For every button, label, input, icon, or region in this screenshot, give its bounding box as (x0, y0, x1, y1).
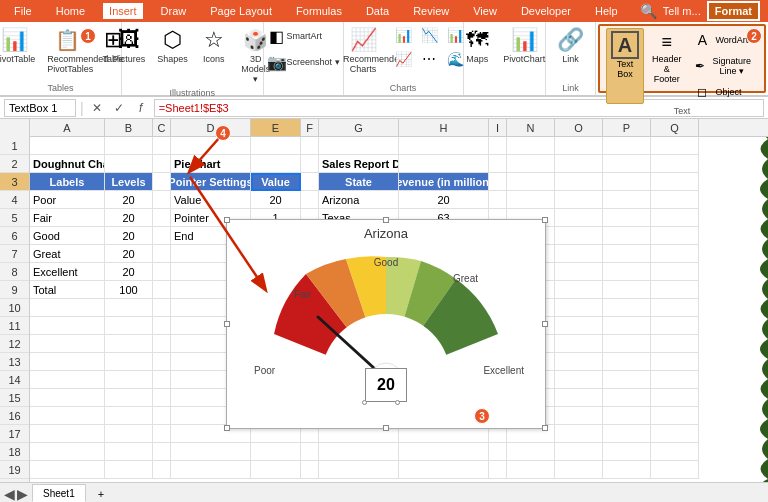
cell-I4[interactable] (489, 191, 507, 209)
col-header-G[interactable]: G (319, 119, 399, 136)
cell-N2[interactable] (507, 155, 555, 173)
cell-Q6[interactable] (651, 227, 699, 245)
chart-handle-bl[interactable] (224, 425, 230, 431)
cell-B8[interactable]: 20 (105, 263, 153, 281)
tab-format[interactable]: Format (707, 1, 760, 21)
icons-button[interactable]: ☆ Icons (196, 24, 232, 66)
pivotchart-button[interactable]: 📊 PivotChart (499, 24, 549, 66)
row-7[interactable]: 7 (0, 245, 29, 263)
chart-handle-bottom[interactable] (383, 425, 389, 431)
recommended-charts-button[interactable]: 📈 Recommended Charts (339, 24, 387, 76)
tab-formulas[interactable]: Formulas (290, 3, 348, 19)
cell-P4[interactable] (603, 191, 651, 209)
col-header-H[interactable]: H (399, 119, 489, 136)
cell-G1[interactable] (319, 137, 399, 155)
area-chart-button[interactable]: 📈 (391, 48, 415, 70)
column-chart-button[interactable]: 📊 (391, 24, 415, 46)
cell-B7[interactable]: 20 (105, 245, 153, 263)
cell-O4[interactable] (555, 191, 603, 209)
cell-D3[interactable]: Pointer Settings (171, 173, 251, 191)
cell-A8[interactable]: Excellent (30, 263, 105, 281)
tb-handle-2[interactable] (395, 400, 400, 405)
col-header-B[interactable]: B (105, 119, 153, 136)
cell-F4[interactable] (301, 191, 319, 209)
cell-C7[interactable] (153, 245, 171, 263)
col-header-Q[interactable]: Q (651, 119, 699, 136)
row-6[interactable]: 6 (0, 227, 29, 245)
cell-C4[interactable] (153, 191, 171, 209)
cell-P9[interactable] (603, 281, 651, 299)
row-15[interactable]: 15 (0, 389, 29, 407)
col-header-C[interactable]: C (153, 119, 171, 136)
cell-I1[interactable] (489, 137, 507, 155)
cell-G4[interactable]: Arizona (319, 191, 399, 209)
cell-A4[interactable]: Poor (30, 191, 105, 209)
cell-H1[interactable] (399, 137, 489, 155)
cell-Q7[interactable] (651, 245, 699, 263)
cell-A7[interactable]: Great (30, 245, 105, 263)
sheet-tab-1[interactable]: Sheet1 (32, 484, 86, 502)
cell-B5[interactable]: 20 (105, 209, 153, 227)
cell-A2[interactable]: Doughnut Chart (30, 155, 105, 173)
row-16[interactable]: 16 (0, 407, 29, 425)
link-button[interactable]: 🔗 Link (552, 24, 588, 66)
cell-G3[interactable]: State (319, 173, 399, 191)
row-18[interactable]: 18 (0, 443, 29, 461)
cell-F3[interactable] (301, 173, 319, 191)
cell-E1[interactable] (251, 137, 301, 155)
cell-O9[interactable] (555, 281, 603, 299)
cell-P1[interactable] (603, 137, 651, 155)
tb-handle-1[interactable] (362, 400, 367, 405)
screenshot-button[interactable]: 📷 Screenshot ▾ (263, 50, 344, 74)
smartart-button[interactable]: ◧ SmartArt (263, 24, 327, 48)
cell-F2[interactable] (301, 155, 319, 173)
cell-A9[interactable]: Total (30, 281, 105, 299)
cell-P3[interactable] (603, 173, 651, 191)
cell-A1[interactable] (30, 137, 105, 155)
row-1[interactable]: 1 (0, 137, 29, 155)
col-header-D[interactable]: D (171, 119, 251, 136)
line-chart-button[interactable]: 📉 (417, 24, 441, 46)
cell-C5[interactable] (153, 209, 171, 227)
tab-data[interactable]: Data (360, 3, 395, 19)
col-header-O[interactable]: O (555, 119, 603, 136)
row-9[interactable]: 9 (0, 281, 29, 299)
cell-I3[interactable] (489, 173, 507, 191)
name-box[interactable] (4, 99, 76, 117)
sheet-nav-left[interactable]: ◀ (4, 486, 15, 502)
cell-P5[interactable] (603, 209, 651, 227)
cell-C1[interactable] (153, 137, 171, 155)
search-icon[interactable]: 🔍 (640, 3, 657, 19)
row-13[interactable]: 13 (0, 353, 29, 371)
cell-O8[interactable] (555, 263, 603, 281)
cell-Q5[interactable] (651, 209, 699, 227)
tab-developer[interactable]: Developer (515, 3, 577, 19)
chart-handle-top[interactable] (383, 217, 389, 223)
chart-handle-tl[interactable] (224, 217, 230, 223)
cell-O2[interactable] (555, 155, 603, 173)
tab-insert[interactable]: Insert (103, 3, 143, 19)
cell-A10[interactable] (30, 299, 105, 317)
scatter-chart-button[interactable]: ⋯ (417, 48, 441, 70)
cell-C2[interactable] (153, 155, 171, 173)
textbox-button[interactable]: A TextBox (606, 28, 644, 104)
cell-O1[interactable] (555, 137, 603, 155)
col-header-P[interactable]: P (603, 119, 651, 136)
cell-H3[interactable]: Revenue (in millions) (399, 173, 489, 191)
cell-Q4[interactable] (651, 191, 699, 209)
cell-P2[interactable] (603, 155, 651, 173)
object-button[interactable]: ◻ Object (689, 80, 758, 104)
cell-O6[interactable] (555, 227, 603, 245)
cell-C3[interactable] (153, 173, 171, 191)
cell-B6[interactable]: 20 (105, 227, 153, 245)
tab-draw[interactable]: Draw (155, 3, 193, 19)
cell-C6[interactable] (153, 227, 171, 245)
row-17[interactable]: 17 (0, 425, 29, 443)
chart-handle-tr[interactable] (542, 217, 548, 223)
cell-H4[interactable]: 20 (399, 191, 489, 209)
tab-review[interactable]: Review (407, 3, 455, 19)
sheet-nav-right[interactable]: ▶ (17, 486, 28, 502)
confirm-icon[interactable]: ✓ (110, 99, 128, 117)
tab-file[interactable]: File (8, 3, 38, 19)
cell-I2[interactable] (489, 155, 507, 173)
